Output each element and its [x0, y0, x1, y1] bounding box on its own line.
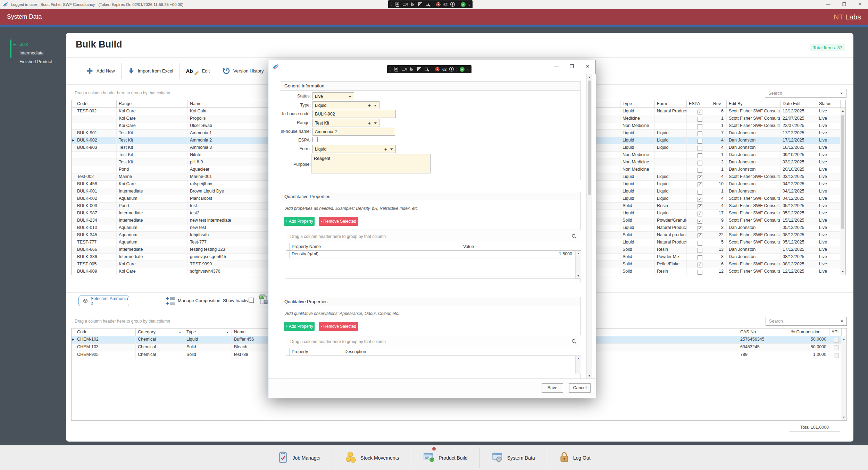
recorder-pointer-icon[interactable]: [410, 2, 415, 7]
type-dropdown[interactable]: Liquid+: [312, 101, 379, 109]
column-header[interactable]: Property Name: [290, 243, 461, 250]
import-from-excel-button[interactable]: Import from Excel: [122, 67, 180, 74]
table-row[interactable]: Density (g/ml)1.5000: [286, 251, 581, 258]
checkbox-icon[interactable]: [698, 124, 702, 129]
column-header[interactable]: ESPA: [687, 100, 711, 108]
minimize-button[interactable]: —: [820, 0, 836, 9]
scrollbar-thumb[interactable]: [588, 80, 591, 195]
search-icon[interactable]: [571, 234, 577, 239]
column-header[interactable]: Range: [117, 100, 188, 108]
column-header[interactable]: Status: [817, 100, 841, 108]
column-header[interactable]: Type▲: [184, 328, 232, 336]
checkbox-icon[interactable]: [698, 182, 702, 187]
recorder-window-icon[interactable]: [417, 67, 422, 72]
add-new-button[interactable]: Add New: [80, 67, 121, 75]
success-check-icon[interactable]: [460, 2, 466, 7]
add-property-button[interactable]: + Add Property: [284, 322, 315, 331]
close-button[interactable]: ✕: [852, 0, 868, 9]
add-option-icon[interactable]: +: [368, 120, 371, 126]
checkbox-icon[interactable]: [698, 190, 702, 195]
range-dropdown[interactable]: Test Kit+: [312, 119, 379, 127]
recorder-settings-icon[interactable]: [395, 2, 400, 7]
column-header[interactable]: % Composition: [789, 328, 829, 336]
collapse-chevron-icon[interactable]: ‹: [468, 1, 470, 8]
scroll-down-icon[interactable]: ▼: [587, 373, 592, 378]
accessibility-icon[interactable]: [449, 67, 454, 72]
checkbox-icon[interactable]: [698, 204, 702, 209]
scroll-up-icon[interactable]: ▲: [841, 336, 846, 342]
recorder-window-icon[interactable]: [418, 2, 423, 7]
sidebar-item-bulk[interactable]: Bulk: [0, 40, 66, 49]
column-header[interactable]: Value: [461, 243, 575, 250]
taskbar-job-manager[interactable]: Job Manager: [266, 445, 333, 470]
checkbox-icon[interactable]: [698, 131, 702, 136]
recorder-pointer-icon[interactable]: [409, 67, 414, 72]
screen-recorder-toolbar[interactable]: 62 ‹: [388, 0, 473, 8]
drag-grip-icon[interactable]: [391, 2, 392, 7]
column-header[interactable]: Code: [75, 100, 117, 108]
column-header[interactable]: Property: [290, 348, 342, 356]
search-icon[interactable]: [571, 339, 577, 344]
checkbox-icon[interactable]: [698, 241, 702, 246]
checkbox-icon[interactable]: [698, 168, 702, 173]
sidebar-item-intermediate[interactable]: Intermediate: [0, 49, 66, 58]
scroll-up-icon[interactable]: ▲: [576, 356, 581, 361]
checkbox-icon[interactable]: [698, 175, 702, 180]
purpose-textarea[interactable]: Reagent: [311, 154, 431, 173]
dialog-maximize-button[interactable]: ❐: [569, 63, 575, 69]
collapse-chevron-icon[interactable]: ‹: [467, 66, 469, 73]
checkbox-icon[interactable]: [698, 153, 702, 158]
edit-button[interactable]: Ab Edit: [180, 67, 216, 75]
checkbox-icon[interactable]: [698, 219, 702, 224]
recorder-settings-icon[interactable]: [394, 67, 399, 72]
export-excel-icon[interactable]: XLS: [259, 294, 268, 304]
checkbox-icon[interactable]: [698, 255, 702, 260]
add-option-icon[interactable]: +: [384, 146, 387, 152]
checkbox-icon[interactable]: [698, 248, 702, 253]
checkbox-icon[interactable]: [698, 197, 702, 202]
restore-button[interactable]: ❐: [836, 0, 852, 9]
inhouse-name-input[interactable]: Ammonia 2: [312, 128, 395, 136]
column-header[interactable]: Type: [620, 100, 655, 108]
column-header[interactable]: Form: [655, 100, 687, 108]
form-dropdown[interactable]: Liquid+: [312, 145, 396, 153]
checkbox-icon[interactable]: [698, 139, 702, 144]
taskbar-log-out[interactable]: Log Out: [547, 445, 602, 470]
column-header[interactable]: Category▲: [136, 328, 184, 336]
column-header[interactable]: Date Edit: [781, 100, 817, 108]
search-combo[interactable]: Search: [765, 89, 846, 98]
recorder-region-icon[interactable]: [424, 67, 429, 72]
drag-grip-icon[interactable]: [390, 67, 391, 72]
taskbar-system-data[interactable]: System Data: [480, 445, 547, 470]
selected-item-button[interactable]: Selected: Ammonia 2: [78, 296, 129, 306]
remove-selected-button[interactable]: - Remove Selected: [319, 322, 358, 331]
scroll-down-icon[interactable]: ▼: [576, 273, 581, 279]
checkbox-icon[interactable]: [698, 146, 702, 151]
show-inactive-checkbox[interactable]: [249, 298, 254, 303]
checkbox-icon[interactable]: [698, 263, 702, 267]
vertical-scrollbar[interactable]: ▲ ▼: [575, 251, 581, 279]
dialog-minimize-button[interactable]: —: [553, 63, 559, 69]
checkbox-icon[interactable]: [698, 270, 702, 275]
checkbox-icon[interactable]: [698, 161, 702, 165]
scroll-up-icon[interactable]: ▲: [587, 75, 592, 80]
search-combo[interactable]: Search: [766, 317, 847, 326]
checkbox-icon[interactable]: [698, 226, 702, 231]
checkbox-icon[interactable]: [698, 212, 702, 216]
checkbox-icon[interactable]: [698, 110, 702, 114]
manage-composition-button[interactable]: Manage Composition: [178, 298, 220, 303]
recorder-region-icon[interactable]: [425, 2, 431, 7]
record-badge-icon[interactable]: [436, 2, 441, 7]
recorder-camera-icon[interactable]: [401, 67, 407, 72]
checkbox-icon[interactable]: [698, 117, 702, 122]
checkbox-icon[interactable]: [698, 233, 702, 238]
scroll-up-icon[interactable]: ▲: [840, 108, 845, 113]
cancel-button[interactable]: Cancel: [569, 383, 591, 393]
taskbar-stock-movements[interactable]: Stock Movements: [333, 445, 411, 470]
vertical-scrollbar[interactable]: ▲: [575, 356, 581, 374]
recorder-camera-icon[interactable]: [402, 2, 408, 7]
success-check-icon[interactable]: [459, 67, 465, 72]
version-history-button[interactable]: Version History: [216, 67, 270, 75]
add-option-icon[interactable]: +: [368, 103, 371, 108]
inhouse-code-input[interactable]: BULK-902: [312, 110, 396, 118]
